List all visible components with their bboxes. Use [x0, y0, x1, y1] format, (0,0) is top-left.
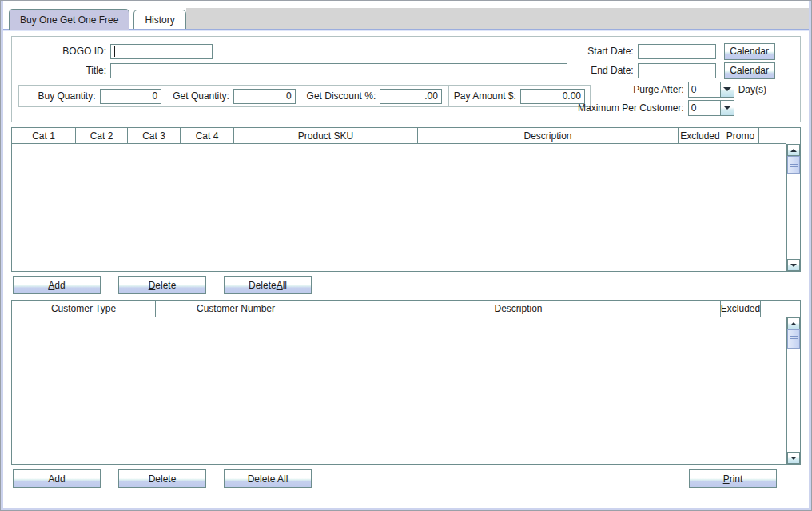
bogo-tab-panel: BOGO ID: Title: Buy Quantity: — [3, 31, 809, 488]
product-table: Cat 1 Cat 2 Cat 3 Cat 4 Product SKU Desc… — [11, 127, 801, 272]
column-header-cat4[interactable]: Cat 4 — [181, 128, 234, 143]
column-header-customer-number[interactable]: Customer Number — [156, 301, 316, 317]
get-quantity-value: 0 — [286, 90, 292, 102]
column-header-excluded[interactable]: Excluded — [721, 301, 761, 317]
scrollbar-grip-icon — [790, 336, 798, 342]
bogo-id-input[interactable] — [110, 44, 213, 59]
scroll-up-icon — [790, 149, 797, 152]
scroll-up-button[interactable] — [787, 144, 800, 156]
bogo-form-section: BOGO ID: Title: Buy Quantity: — [11, 36, 801, 122]
column-header-excluded[interactable]: Excluded — [679, 128, 722, 143]
buy-quantity-value: 0 — [153, 90, 158, 102]
purge-after-suffix: Day(s) — [738, 84, 775, 95]
get-discount-input[interactable]: .00 — [380, 89, 442, 104]
maximum-per-customer-combobox[interactable]: 0 — [688, 100, 734, 116]
customer-delete-all-button[interactable]: Delete All — [224, 469, 312, 488]
column-header-description[interactable]: Description — [316, 301, 721, 317]
scroll-up-icon — [790, 322, 797, 325]
scroll-up-button[interactable] — [787, 317, 800, 329]
scroll-down-icon — [790, 264, 797, 267]
column-header-promo[interactable]: Promo — [722, 128, 759, 143]
scroll-down-button[interactable] — [787, 259, 800, 271]
scroll-down-button[interactable] — [787, 452, 800, 464]
quantity-section: Buy Quantity: 0 Get Quantity: 0 Get Disc… — [18, 85, 591, 107]
scrollbar-track[interactable] — [787, 174, 800, 259]
customer-delete-button[interactable]: Delete — [118, 469, 206, 488]
product-delete-all-button[interactable]: Delete All — [224, 276, 312, 294]
chevron-down-icon — [723, 106, 731, 110]
column-header-product-sku[interactable]: Product SKU — [234, 128, 418, 143]
window-content: Buy One Get One Free History BOGO ID: — [3, 1, 809, 508]
scrollbar-thumb[interactable] — [787, 329, 800, 349]
end-date-input[interactable] — [638, 63, 716, 78]
buy-quantity-label: Buy Quantity: — [24, 90, 100, 102]
get-discount-value: .00 — [424, 90, 438, 102]
get-quantity-label: Get Quantity: — [161, 90, 233, 102]
chevron-down-icon — [723, 87, 731, 91]
column-header-description[interactable]: Description — [418, 128, 679, 143]
maximum-per-customer-label: Maximum Per Customer: — [578, 102, 688, 114]
customer-actions-row: Add Delete Delete All Print — [13, 469, 801, 488]
product-actions-row: Add Delete Delete All — [13, 276, 801, 294]
column-header-filler — [761, 301, 786, 317]
column-header-cat2[interactable]: Cat 2 — [76, 128, 128, 143]
tab-history[interactable]: History — [133, 10, 185, 29]
column-header-customer-type[interactable]: Customer Type — [12, 301, 156, 317]
product-table-body[interactable] — [12, 144, 786, 271]
pay-amount-input[interactable]: 0.00 — [520, 89, 585, 104]
product-delete-button[interactable]: Delete — [118, 276, 206, 294]
customer-add-button[interactable]: Add — [13, 469, 101, 488]
scrollbar-track[interactable] — [787, 349, 800, 452]
tab-label: History — [145, 14, 174, 26]
dropdown-arrow-button[interactable] — [720, 101, 734, 115]
tab-label: Buy One Get One Free — [20, 14, 118, 26]
maximum-per-customer-value: 0 — [689, 101, 720, 115]
scrollbar-thumb[interactable] — [787, 156, 800, 174]
pay-amount-label: Pay Amount $: — [449, 90, 520, 102]
customer-table-scrollbar — [786, 317, 800, 464]
column-header-cat3[interactable]: Cat 3 — [128, 128, 181, 143]
scroll-down-icon — [790, 457, 797, 460]
form-left-column: BOGO ID: Title: Buy Quantity: — [18, 42, 578, 117]
title-input[interactable] — [110, 63, 567, 78]
start-date-calendar-button[interactable]: Calendar — [724, 43, 775, 60]
purge-after-value: 0 — [689, 82, 720, 97]
bogo-id-label: BOGO ID: — [18, 46, 110, 57]
bogo-window: Buy One Get One Free History BOGO ID: — [0, 0, 812, 511]
print-button[interactable]: Print — [689, 469, 777, 488]
product-table-scrollbar — [786, 144, 800, 271]
title-label: Title: — [18, 65, 110, 76]
purge-after-combobox[interactable]: 0 — [688, 82, 734, 98]
get-discount-label: Get Discount %: — [296, 90, 380, 102]
end-date-calendar-button[interactable]: Calendar — [724, 62, 775, 79]
start-date-input[interactable] — [638, 44, 716, 59]
scrollbar-grip-icon — [790, 162, 798, 168]
customer-table-body[interactable] — [12, 317, 786, 464]
dropdown-arrow-button[interactable] — [720, 82, 734, 97]
form-right-column: Start Date: Calendar End Date: Calendar — [578, 42, 798, 117]
product-table-header: Cat 1 Cat 2 Cat 3 Cat 4 Product SKU Desc… — [12, 128, 786, 144]
tab-buy-one-get-one-free[interactable]: Buy One Get One Free — [9, 9, 129, 30]
customer-table-header: Customer Type Customer Number Descriptio… — [12, 301, 786, 317]
product-add-button[interactable]: Add — [13, 276, 101, 294]
column-header-cat1[interactable]: Cat 1 — [12, 128, 76, 143]
tab-bar: Buy One Get One Free History — [3, 8, 809, 29]
column-header-filler — [759, 128, 786, 143]
customer-table: Customer Type Customer Number Descriptio… — [11, 300, 801, 465]
get-quantity-input[interactable]: 0 — [233, 89, 296, 104]
purge-after-label: Purge After: — [633, 84, 687, 95]
text-caret — [114, 46, 115, 57]
tab-bar-filler — [186, 8, 809, 29]
buy-quantity-input[interactable]: 0 — [100, 89, 162, 104]
start-date-label: Start Date: — [587, 46, 637, 57]
end-date-label: End Date: — [591, 65, 637, 76]
